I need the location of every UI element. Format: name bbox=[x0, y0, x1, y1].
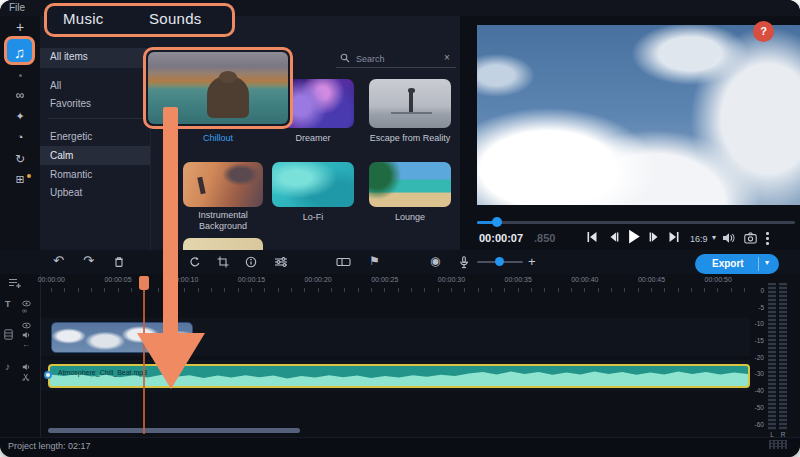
title-track-icon: T bbox=[5, 299, 11, 309]
search-clear-icon[interactable]: × bbox=[444, 52, 450, 63]
aspect-ratio-select[interactable]: 16:9 bbox=[690, 234, 708, 244]
help-button[interactable]: ? bbox=[753, 21, 774, 42]
ruler-label: 00:00:50 bbox=[685, 276, 752, 286]
video-preview[interactable] bbox=[477, 25, 800, 205]
export-label: Export bbox=[712, 258, 744, 269]
timeline-ruler[interactable]: 00:00:0000:00:0500:00:1000:00:1500:00:20… bbox=[18, 276, 752, 286]
delete-button[interactable] bbox=[113, 256, 125, 268]
file-menu[interactable]: File bbox=[9, 2, 25, 13]
timeline-zoom-out[interactable]: − bbox=[461, 255, 468, 269]
crop-button[interactable] bbox=[217, 256, 229, 268]
add-track-icon[interactable] bbox=[8, 277, 22, 289]
transition-wizard-button[interactable] bbox=[336, 256, 351, 268]
title-track-visibility-icon[interactable] bbox=[22, 300, 31, 307]
ruler-label: 00:00:10 bbox=[151, 276, 218, 286]
meter-scale-label: -15 bbox=[755, 338, 764, 345]
adjustments-button[interactable] bbox=[274, 256, 288, 268]
rotate-button[interactable] bbox=[189, 256, 201, 268]
effects-icon[interactable]: ✦ bbox=[0, 110, 40, 123]
ruler-ticks bbox=[51, 288, 751, 292]
meter-scale-label: -40 bbox=[755, 388, 764, 395]
search-icon bbox=[340, 53, 350, 63]
meter-scale-label: -10 bbox=[755, 321, 764, 328]
audio-fade-handle[interactable] bbox=[44, 371, 52, 379]
redo-button[interactable]: ↷ bbox=[83, 254, 94, 267]
speed-icon[interactable]: ◔ bbox=[0, 131, 40, 143]
meter-scale-label: -50 bbox=[755, 405, 764, 412]
rotation-icon[interactable]: ↻ bbox=[0, 152, 40, 166]
tile-label-dreamer: Dreamer bbox=[272, 133, 354, 143]
mixer-icon[interactable] bbox=[769, 440, 787, 449]
current-time: 00:00:07 bbox=[479, 232, 523, 244]
ruler-label: 00:00:45 bbox=[618, 276, 685, 286]
transitions-icon[interactable]: ∞ bbox=[0, 88, 40, 102]
audio-track-mute-icon[interactable] bbox=[22, 363, 31, 371]
figure-silhouette bbox=[409, 92, 413, 113]
timeline-zoom-handle[interactable] bbox=[495, 257, 504, 266]
meter-scale-label: -20 bbox=[755, 355, 764, 362]
clip-properties-button[interactable] bbox=[245, 256, 257, 268]
annotation-arrow-shaft bbox=[163, 107, 178, 335]
category-energetic[interactable]: Energetic bbox=[50, 131, 92, 142]
ruler-label: 00:00:15 bbox=[218, 276, 285, 286]
next-frame-button[interactable] bbox=[648, 231, 660, 243]
dancer-silhouette bbox=[197, 177, 205, 195]
add-media-icon[interactable]: + bbox=[0, 19, 40, 35]
current-time-ms: .850 bbox=[534, 232, 555, 244]
tile-instrumental-background[interactable] bbox=[183, 162, 263, 207]
audio-track-split-icon[interactable] bbox=[22, 373, 31, 381]
ruler-label: 00:00:30 bbox=[418, 276, 485, 286]
jump-start-button[interactable] bbox=[586, 231, 598, 243]
person-silhouette bbox=[207, 76, 249, 118]
meter-bar-right bbox=[779, 283, 787, 430]
aspect-chevron-icon: ▾ bbox=[712, 233, 716, 242]
jump-end-button[interactable] bbox=[668, 231, 680, 243]
ruler-label: 00:00:25 bbox=[351, 276, 418, 286]
tab-sounds[interactable]: Sounds bbox=[149, 10, 202, 27]
more-tools-badge bbox=[27, 174, 31, 178]
timeline-zoom-in[interactable]: + bbox=[528, 254, 536, 269]
video-track-arrow-icon[interactable]: ← bbox=[22, 340, 30, 349]
play-button[interactable] bbox=[626, 229, 641, 244]
title-track-link-icon[interactable]: ∞ bbox=[22, 307, 27, 314]
volume-icon[interactable] bbox=[722, 232, 736, 244]
snapshot-icon[interactable] bbox=[744, 232, 757, 244]
meter-scale-label: -5 bbox=[758, 305, 764, 312]
previous-frame-button[interactable] bbox=[608, 231, 620, 243]
tile-lounge[interactable] bbox=[369, 162, 451, 207]
meter-channel-right: R bbox=[779, 431, 787, 438]
ruler-label: 00:00:40 bbox=[552, 276, 619, 286]
marker-button[interactable]: ⚑ bbox=[369, 255, 380, 267]
category-romantic[interactable]: Romantic bbox=[50, 169, 92, 180]
tile-lofi[interactable] bbox=[272, 162, 354, 207]
ruler-label: 00:00:35 bbox=[485, 276, 552, 286]
preview-menu-icon[interactable] bbox=[766, 232, 769, 247]
meter-scale: 0-5-10-15-20-30-40-50-60 bbox=[748, 288, 764, 428]
search-input[interactable] bbox=[354, 51, 438, 67]
category-divider bbox=[48, 118, 142, 119]
category-favorites[interactable]: Favorites bbox=[50, 98, 91, 109]
audio-track-icon: ♪ bbox=[5, 361, 10, 372]
more-tools-icon[interactable]: ⊞ bbox=[0, 173, 40, 186]
seek-handle[interactable] bbox=[492, 217, 502, 227]
category-all[interactable]: All bbox=[50, 80, 61, 91]
undo-button[interactable]: ↶ bbox=[53, 254, 64, 267]
tile-label-escape: Escape from Reality bbox=[360, 133, 460, 143]
video-track-visibility-icon[interactable] bbox=[22, 322, 31, 329]
category-upbeat[interactable]: Upbeat bbox=[50, 187, 82, 198]
timeline-scrollbar[interactable] bbox=[48, 428, 300, 433]
playhead-handle[interactable] bbox=[139, 276, 149, 290]
category-calm[interactable]: Calm bbox=[50, 150, 73, 161]
export-chevron-icon[interactable]: ▾ bbox=[765, 258, 769, 267]
tile-partial-next-row[interactable] bbox=[183, 238, 263, 250]
meter-channel-left: L bbox=[768, 431, 776, 438]
webcam-record-button[interactable]: ◉ bbox=[430, 255, 440, 267]
music-tool-button[interactable]: ♫ bbox=[4, 36, 35, 65]
video-track-mute-icon[interactable] bbox=[22, 331, 31, 339]
seek-bar[interactable] bbox=[477, 221, 795, 224]
tab-music[interactable]: Music bbox=[63, 10, 104, 27]
music-note-icon: ♫ bbox=[14, 44, 25, 61]
tile-escape-from-reality[interactable] bbox=[369, 79, 451, 128]
ruler-label: 00:00:00 bbox=[18, 276, 85, 286]
status-bar bbox=[0, 437, 800, 457]
